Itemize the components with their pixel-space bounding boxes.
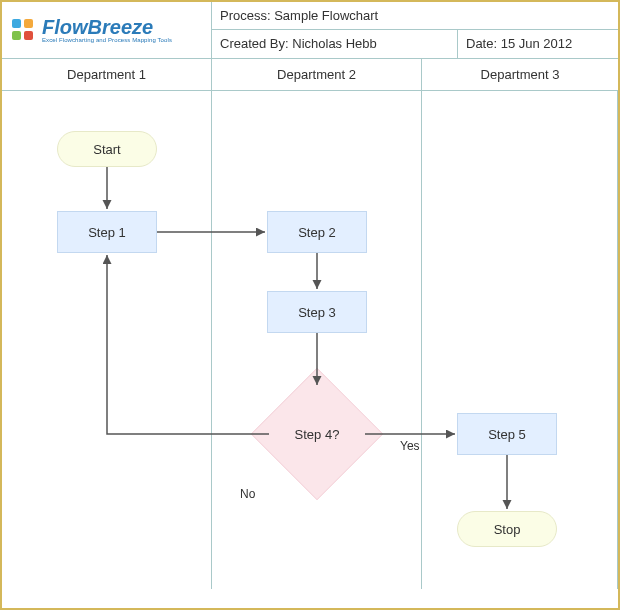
process-label: Process: Sample Flowchart <box>212 2 618 30</box>
node-step2-label: Step 2 <box>298 225 336 240</box>
header: FlowBreeze Excel Flowcharting and Proces… <box>2 2 618 59</box>
node-step2: Step 2 <box>267 211 367 253</box>
edge-label-no: No <box>240 487 255 501</box>
node-start: Start <box>57 131 157 167</box>
node-step4: Step 4? <box>252 369 382 499</box>
col-header-2: Department 2 <box>212 59 422 90</box>
svg-rect-1 <box>24 19 33 28</box>
node-step1-label: Step 1 <box>88 225 126 240</box>
logo-cell: FlowBreeze Excel Flowcharting and Proces… <box>2 2 212 58</box>
node-stop: Stop <box>457 511 557 547</box>
edge-label-yes: Yes <box>400 439 420 453</box>
logo-icon <box>10 17 36 43</box>
svg-rect-2 <box>12 31 21 40</box>
col-header-1: Department 1 <box>2 59 212 90</box>
node-step1: Step 1 <box>57 211 157 253</box>
svg-rect-0 <box>12 19 21 28</box>
date-label: Date: 15 Jun 2012 <box>458 30 618 58</box>
columns-header: Department 1 Department 2 Department 3 <box>2 59 618 91</box>
node-step3-label: Step 3 <box>298 305 336 320</box>
col-header-3: Department 3 <box>422 59 618 90</box>
flowchart-frame: FlowBreeze Excel Flowcharting and Proces… <box>0 0 620 610</box>
logo-title: FlowBreeze <box>42 17 172 37</box>
node-start-label: Start <box>93 142 120 157</box>
node-step5-label: Step 5 <box>488 427 526 442</box>
created-by: Created By: Nicholas Hebb <box>212 30 458 58</box>
node-stop-label: Stop <box>494 522 521 537</box>
swimlanes: Start Step 1 Step 2 Step 3 Step 4? Step … <box>2 91 618 589</box>
svg-rect-3 <box>24 31 33 40</box>
logo-subtitle: Excel Flowcharting and Process Mapping T… <box>42 37 172 43</box>
node-step3: Step 3 <box>267 291 367 333</box>
node-step5: Step 5 <box>457 413 557 455</box>
node-step4-label: Step 4? <box>295 427 340 442</box>
lane-2 <box>212 91 422 589</box>
